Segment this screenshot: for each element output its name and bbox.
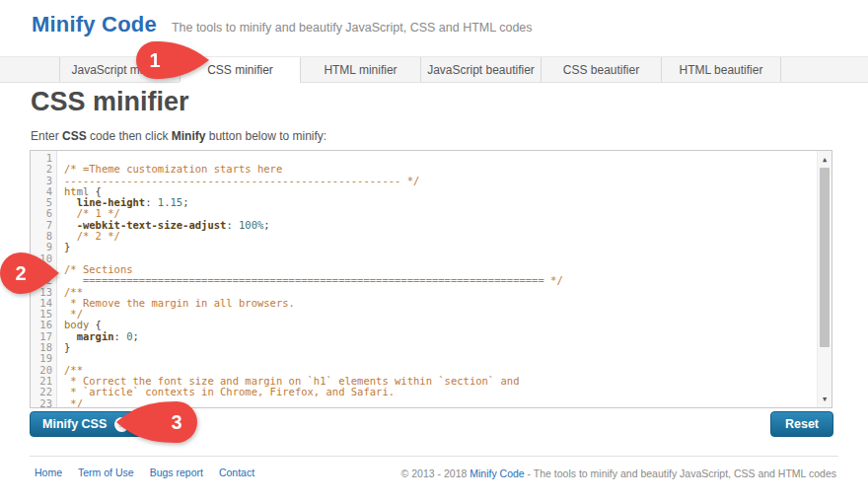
line-number: 3	[31, 176, 56, 186]
annotation-balloon-3-number: 3	[171, 411, 181, 433]
code-token-pun: {	[89, 319, 102, 330]
annotation-balloon-3: 3	[116, 401, 197, 443]
annotation-balloon-1-number: 1	[149, 49, 160, 71]
code-token-pln	[64, 330, 77, 342]
code-token-cm: /* 2 */	[77, 230, 120, 242]
tab-css-beautifier[interactable]: CSS beautifier	[541, 57, 661, 82]
code-token-sel: body	[64, 319, 89, 330]
footer-link-home[interactable]: Home	[35, 467, 62, 478]
scroll-down-arrow-icon[interactable]: ▼	[818, 392, 832, 406]
instruction-emphasis: Minify	[172, 129, 206, 143]
code-line[interactable]: * Remove the margin in all browsers.	[64, 298, 817, 309]
footer-links: HomeTerm of UseBugs reportContact	[35, 467, 254, 478]
code-line[interactable]: ----------------------------------------…	[64, 176, 817, 186]
code-token-cm: * `article` contexts in Chrome, Firefox,…	[64, 386, 395, 397]
code-token-pun: ;	[263, 219, 269, 231]
code-line[interactable]	[64, 253, 817, 264]
code-token-cm: /**	[64, 364, 83, 376]
tab-html-beautifier[interactable]: HTML beautifier	[661, 57, 781, 82]
line-number: 9	[31, 242, 56, 252]
instruction-segment: code then click	[87, 129, 172, 143]
tab-bar-left-spacer	[0, 57, 59, 82]
code-token-pun: }	[64, 341, 70, 353]
code-token-pun: :	[226, 219, 239, 231]
code-token-pln	[64, 207, 77, 219]
code-line[interactable]: }	[64, 342, 817, 353]
footer-link-bugs-report[interactable]: Bugs report	[150, 467, 203, 478]
line-number: 5	[31, 197, 56, 208]
tab-javascript-beautifier[interactable]: JavaScript beautifier	[420, 57, 541, 82]
scroll-up-arrow-icon[interactable]: ▲	[818, 152, 832, 167]
code-token-cm: ----------------------------------------…	[64, 175, 419, 186]
code-token-prop: -webkit-text-size-adjust	[77, 219, 227, 231]
line-number: 7	[31, 220, 56, 231]
code-token-cm: /* 1 */	[77, 207, 120, 219]
code-token-cm: ========================================…	[64, 274, 563, 286]
code-token-pun: {	[89, 185, 102, 197]
code-token-prop: line-height	[77, 196, 146, 208]
reset-button-label: Reset	[785, 417, 819, 431]
code-token-val: 1.15	[158, 196, 182, 208]
code-token-pun: }	[64, 241, 70, 252]
code-token-cm: */	[64, 308, 83, 320]
code-token-pln	[64, 196, 77, 208]
site-header: Minify Code The tools to minify and beau…	[32, 12, 533, 37]
code-line[interactable]: margin: 0;	[64, 331, 817, 342]
code-token-pun: :	[114, 330, 127, 342]
site-logo[interactable]: Minify Code	[32, 12, 157, 37]
code-line[interactable]: */	[64, 309, 817, 320]
reset-button[interactable]: Reset	[770, 411, 833, 437]
site-tagline: The tools to minify and beautify JavaScr…	[172, 21, 533, 35]
line-number: 6	[31, 208, 56, 219]
code-line[interactable]: ========================================…	[64, 275, 817, 286]
code-line[interactable]: body {	[64, 320, 817, 330]
code-line[interactable]: -webkit-text-size-adjust: 100%;	[64, 220, 817, 231]
tab-bar-right-spacer	[781, 57, 868, 82]
code-line[interactable]: line-height: 1.15;	[64, 197, 817, 208]
instruction-emphasis: CSS	[62, 129, 87, 143]
code-token-pln	[64, 219, 77, 231]
code-line[interactable]	[64, 353, 817, 364]
line-number: 1	[31, 153, 56, 164]
line-number: 22	[31, 387, 56, 397]
line-number: 8	[31, 231, 56, 242]
footer-divider	[30, 456, 838, 457]
code-line[interactable]: }	[64, 242, 817, 252]
code-token-pln	[64, 230, 77, 242]
code-token-cm: * Correct the font size and margin on `h…	[64, 375, 519, 387]
code-token-sel: html	[64, 185, 89, 197]
line-number: 23	[31, 398, 56, 407]
annotation-balloon-2: 2	[0, 252, 59, 294]
tab-html-minifier[interactable]: HTML minifier	[300, 57, 420, 82]
code-token-cm: /* =Theme customization starts here	[64, 163, 282, 175]
code-input-area[interactable]: /* =Theme customization starts here-----…	[58, 151, 817, 407]
vertical-scrollbar[interactable]: ▲ ▼	[817, 151, 832, 407]
code-line[interactable]: /* 2 */	[64, 231, 817, 242]
page-title: CSS minifier	[31, 87, 189, 117]
footer-link-term-of-use[interactable]: Term of Use	[78, 467, 134, 478]
tab-bar: JavaScript minifierCSS minifierHTML mini…	[0, 56, 868, 83]
footer-link-contact[interactable]: Contact	[219, 467, 254, 478]
instruction-text: Enter CSS code then click Minify button …	[31, 129, 326, 143]
code-token-cm: /* Sections	[64, 263, 133, 275]
scrollbar-thumb[interactable]	[820, 168, 830, 347]
code-token-cm: */	[64, 397, 83, 407]
code-token-pun: ;	[182, 196, 188, 208]
code-token-cm: * Remove the margin in all browsers.	[64, 297, 295, 309]
code-token-prop: margin	[77, 330, 114, 342]
instruction-segment: button below to minify:	[205, 129, 326, 143]
code-token-val: 100%	[239, 219, 263, 231]
code-line[interactable]: * `article` contexts in Chrome, Firefox,…	[64, 387, 817, 397]
minify-css-button-label: Minify CSS	[42, 417, 107, 431]
line-number: 2	[31, 164, 56, 175]
copyright-brand-link[interactable]: Minify Code	[470, 467, 524, 479]
annotation-balloon-2-number: 2	[15, 262, 26, 284]
css-code-editor[interactable]: 1234567891011121314151617181920212223 /*…	[30, 150, 832, 408]
code-token-pun: :	[145, 196, 158, 208]
line-number: 4	[31, 186, 56, 197]
copyright-text: © 2013 - 2018 Minify Code - The tools to…	[401, 467, 836, 479]
copyright-segment: © 2013 - 2018	[401, 467, 470, 479]
line-number: 19	[31, 353, 56, 364]
code-token-pun: ;	[133, 330, 139, 342]
copyright-segment: - The tools to minify and beautify JavaS…	[525, 467, 836, 479]
